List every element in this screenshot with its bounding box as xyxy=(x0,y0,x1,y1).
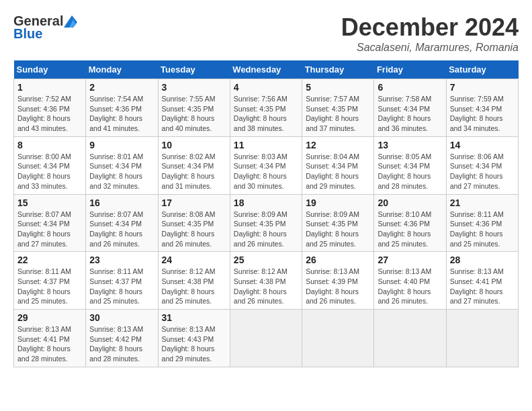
calendar-cell: 9Sunrise: 8:01 AM Sunset: 4:34 PM Daylig… xyxy=(86,136,158,194)
calendar-cell: 1Sunrise: 7:52 AM Sunset: 4:36 PM Daylig… xyxy=(14,79,86,137)
day-detail: Sunrise: 8:13 AM Sunset: 4:41 PM Dayligh… xyxy=(450,267,515,306)
calendar-cell: 6Sunrise: 7:58 AM Sunset: 4:34 PM Daylig… xyxy=(374,79,446,137)
logo-blue: Blue xyxy=(13,26,42,42)
day-number: 28 xyxy=(450,255,515,265)
day-detail: Sunrise: 8:13 AM Sunset: 4:40 PM Dayligh… xyxy=(378,267,442,306)
day-detail: Sunrise: 7:52 AM Sunset: 4:36 PM Dayligh… xyxy=(17,94,82,134)
calendar-header-row: SundayMondayTuesdayWednesdayThursdayFrid… xyxy=(14,60,519,79)
day-detail: Sunrise: 8:13 AM Sunset: 4:41 PM Dayligh… xyxy=(17,324,82,364)
calendar-cell: 22Sunrise: 8:11 AM Sunset: 4:37 PM Dayli… xyxy=(14,252,86,310)
day-detail: Sunrise: 8:05 AM Sunset: 4:34 PM Dayligh… xyxy=(378,152,442,191)
day-detail: Sunrise: 8:10 AM Sunset: 4:36 PM Dayligh… xyxy=(378,210,442,249)
day-detail: Sunrise: 8:00 AM Sunset: 4:34 PM Dayligh… xyxy=(17,152,82,191)
day-detail: Sunrise: 8:07 AM Sunset: 4:34 PM Dayligh… xyxy=(89,210,154,249)
day-number: 8 xyxy=(17,140,82,150)
calendar-cell: 12Sunrise: 8:04 AM Sunset: 4:34 PM Dayli… xyxy=(302,136,374,194)
calendar-cell: 3Sunrise: 7:55 AM Sunset: 4:35 PM Daylig… xyxy=(158,79,230,137)
day-detail: Sunrise: 8:03 AM Sunset: 4:34 PM Dayligh… xyxy=(234,152,298,191)
col-header-sunday: Sunday xyxy=(14,60,86,79)
day-number: 24 xyxy=(162,255,226,265)
day-number: 18 xyxy=(234,197,298,208)
day-number: 17 xyxy=(162,197,226,208)
title-section: December 2024 Sacalaseni, Maramures, Rom… xyxy=(341,13,519,54)
col-header-friday: Friday xyxy=(374,60,446,79)
day-detail: Sunrise: 7:56 AM Sunset: 4:35 PM Dayligh… xyxy=(234,94,298,134)
day-number: 20 xyxy=(378,197,442,208)
calendar-cell: 25Sunrise: 8:12 AM Sunset: 4:38 PM Dayli… xyxy=(230,252,302,310)
day-number: 5 xyxy=(306,82,370,93)
calendar-cell: 21Sunrise: 8:11 AM Sunset: 4:36 PM Dayli… xyxy=(446,194,518,252)
day-number: 25 xyxy=(234,255,298,265)
day-detail: Sunrise: 8:12 AM Sunset: 4:38 PM Dayligh… xyxy=(162,267,226,306)
calendar-cell xyxy=(230,310,302,367)
day-detail: Sunrise: 7:57 AM Sunset: 4:35 PM Dayligh… xyxy=(306,94,370,134)
day-number: 29 xyxy=(17,312,82,323)
day-number: 6 xyxy=(378,82,442,93)
day-number: 13 xyxy=(378,140,442,150)
day-number: 9 xyxy=(89,140,154,150)
calendar-cell: 2Sunrise: 7:54 AM Sunset: 4:36 PM Daylig… xyxy=(86,79,158,137)
day-detail: Sunrise: 8:13 AM Sunset: 4:42 PM Dayligh… xyxy=(89,324,154,364)
col-header-saturday: Saturday xyxy=(446,60,518,79)
page-header: General Blue December 2024 Sacalaseni, M… xyxy=(13,13,519,54)
day-detail: Sunrise: 7:59 AM Sunset: 4:34 PM Dayligh… xyxy=(450,94,515,134)
day-number: 19 xyxy=(306,197,370,208)
day-number: 14 xyxy=(450,140,515,150)
day-number: 30 xyxy=(89,312,154,323)
calendar-cell: 11Sunrise: 8:03 AM Sunset: 4:34 PM Dayli… xyxy=(230,136,302,194)
col-header-wednesday: Wednesday xyxy=(230,60,302,79)
day-number: 3 xyxy=(162,82,226,93)
day-detail: Sunrise: 8:09 AM Sunset: 4:35 PM Dayligh… xyxy=(306,210,370,249)
calendar-cell xyxy=(446,310,518,367)
calendar-cell: 23Sunrise: 8:11 AM Sunset: 4:37 PM Dayli… xyxy=(86,252,158,310)
day-detail: Sunrise: 7:54 AM Sunset: 4:36 PM Dayligh… xyxy=(89,94,154,134)
calendar-cell: 4Sunrise: 7:56 AM Sunset: 4:35 PM Daylig… xyxy=(230,79,302,137)
day-number: 21 xyxy=(450,197,515,208)
calendar-cell: 29Sunrise: 8:13 AM Sunset: 4:41 PM Dayli… xyxy=(14,310,86,367)
calendar-week-row: 8Sunrise: 8:00 AM Sunset: 4:34 PM Daylig… xyxy=(14,136,519,194)
calendar-cell: 10Sunrise: 8:02 AM Sunset: 4:34 PM Dayli… xyxy=(158,136,230,194)
day-detail: Sunrise: 8:12 AM Sunset: 4:38 PM Dayligh… xyxy=(234,267,298,306)
month-title: December 2024 xyxy=(341,13,519,42)
day-number: 11 xyxy=(234,140,298,150)
day-detail: Sunrise: 8:11 AM Sunset: 4:37 PM Dayligh… xyxy=(89,267,154,306)
col-header-monday: Monday xyxy=(86,60,158,79)
calendar-cell: 30Sunrise: 8:13 AM Sunset: 4:42 PM Dayli… xyxy=(86,310,158,367)
day-detail: Sunrise: 8:09 AM Sunset: 4:35 PM Dayligh… xyxy=(234,210,298,249)
calendar-cell xyxy=(302,310,374,367)
day-detail: Sunrise: 8:02 AM Sunset: 4:34 PM Dayligh… xyxy=(162,152,226,191)
calendar-week-row: 29Sunrise: 8:13 AM Sunset: 4:41 PM Dayli… xyxy=(14,310,519,367)
day-detail: Sunrise: 8:01 AM Sunset: 4:34 PM Dayligh… xyxy=(89,152,154,191)
logo-icon xyxy=(64,15,77,28)
calendar-cell: 26Sunrise: 8:13 AM Sunset: 4:39 PM Dayli… xyxy=(302,252,374,310)
calendar-cell: 19Sunrise: 8:09 AM Sunset: 4:35 PM Dayli… xyxy=(302,194,374,252)
day-number: 31 xyxy=(162,312,226,323)
day-detail: Sunrise: 8:13 AM Sunset: 4:39 PM Dayligh… xyxy=(306,267,370,306)
calendar-cell: 8Sunrise: 8:00 AM Sunset: 4:34 PM Daylig… xyxy=(14,136,86,194)
calendar-cell: 5Sunrise: 7:57 AM Sunset: 4:35 PM Daylig… xyxy=(302,79,374,137)
calendar-cell: 28Sunrise: 8:13 AM Sunset: 4:41 PM Dayli… xyxy=(446,252,518,310)
day-number: 26 xyxy=(306,255,370,265)
day-number: 23 xyxy=(89,255,154,265)
calendar-cell: 16Sunrise: 8:07 AM Sunset: 4:34 PM Dayli… xyxy=(86,194,158,252)
day-number: 4 xyxy=(234,82,298,93)
day-detail: Sunrise: 8:08 AM Sunset: 4:35 PM Dayligh… xyxy=(162,210,226,249)
location: Sacalaseni, Maramures, Romania xyxy=(341,42,519,54)
calendar-cell: 7Sunrise: 7:59 AM Sunset: 4:34 PM Daylig… xyxy=(446,79,518,137)
day-number: 2 xyxy=(89,82,154,93)
day-number: 27 xyxy=(378,255,442,265)
calendar-cell xyxy=(374,310,446,367)
calendar-week-row: 1Sunrise: 7:52 AM Sunset: 4:36 PM Daylig… xyxy=(14,79,519,137)
day-number: 10 xyxy=(162,140,226,150)
calendar-cell: 13Sunrise: 8:05 AM Sunset: 4:34 PM Dayli… xyxy=(374,136,446,194)
day-number: 16 xyxy=(89,197,154,208)
calendar-cell: 14Sunrise: 8:06 AM Sunset: 4:34 PM Dayli… xyxy=(446,136,518,194)
calendar-cell: 20Sunrise: 8:10 AM Sunset: 4:36 PM Dayli… xyxy=(374,194,446,252)
day-detail: Sunrise: 8:11 AM Sunset: 4:37 PM Dayligh… xyxy=(17,267,82,306)
day-detail: Sunrise: 7:58 AM Sunset: 4:34 PM Dayligh… xyxy=(378,94,442,134)
day-number: 7 xyxy=(450,82,515,93)
calendar-cell: 17Sunrise: 8:08 AM Sunset: 4:35 PM Dayli… xyxy=(158,194,230,252)
day-detail: Sunrise: 8:07 AM Sunset: 4:34 PM Dayligh… xyxy=(17,210,82,249)
day-detail: Sunrise: 8:11 AM Sunset: 4:36 PM Dayligh… xyxy=(450,210,515,249)
day-detail: Sunrise: 8:06 AM Sunset: 4:34 PM Dayligh… xyxy=(450,152,515,191)
